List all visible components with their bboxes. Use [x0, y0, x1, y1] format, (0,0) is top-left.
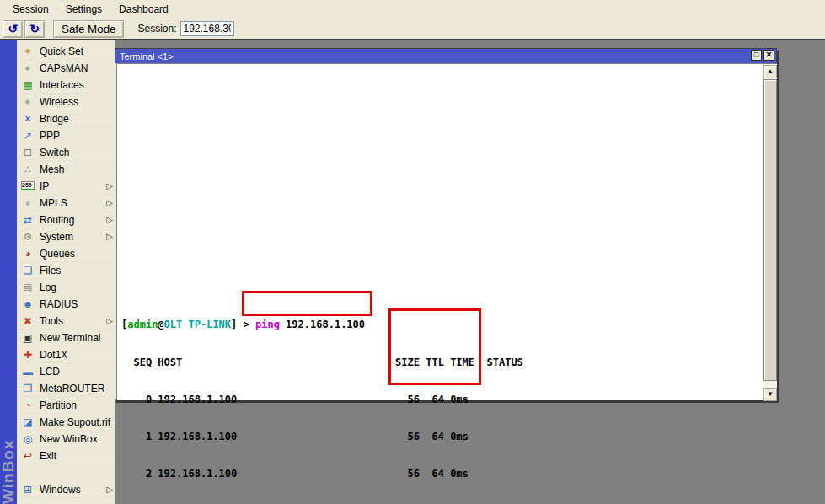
sidebar-item-label: Dot1X — [40, 349, 67, 361]
sidebar-item-label: Windows — [40, 484, 81, 496]
sidebar-item-bridge[interactable]: ×Bridge — [17, 110, 115, 127]
sidebar-item-mesh[interactable]: ∴Mesh — [17, 161, 115, 178]
sidebar-item-files[interactable]: ❏Files — [17, 262, 115, 279]
sidebar-item-label: RADIUS — [40, 298, 78, 310]
sidebar-item-label: Files — [40, 265, 61, 276]
gauge-icon: ◕ — [21, 249, 35, 259]
ping-argument: 192.168.1.100 — [280, 319, 365, 330]
prompt-close: ] > — [231, 319, 255, 330]
sidebar-item-ip[interactable]: 255IP▷ — [17, 178, 115, 195]
window-icon: ⊞ — [21, 485, 35, 495]
magic-wand-icon: ✶ — [21, 46, 35, 56]
maximize-button[interactable]: □ — [751, 50, 762, 61]
highlight-box-command — [242, 291, 372, 316]
redo-icon: ↻ — [29, 22, 40, 35]
switch-icon: ⊟ — [21, 147, 35, 158]
prompt-at: @ — [158, 319, 163, 330]
sidebar-item-label: Interfaces — [40, 79, 84, 91]
ping-row: 2 192.168.1.100 56 64 0ms — [121, 468, 523, 480]
chevron-right-icon: ▷ — [106, 181, 113, 190]
user-key-icon: ☻ — [21, 299, 35, 309]
menu-session[interactable]: Session — [7, 1, 55, 18]
scroll-up-icon[interactable]: ▲ — [763, 65, 777, 78]
session-label: Session: — [137, 23, 176, 35]
sidebar-item-label: Queues — [40, 248, 75, 260]
menu-dashboard[interactable]: Dashboard — [113, 1, 174, 18]
sidebar-item-metarouter[interactable]: ❐MetaROUTER — [17, 380, 115, 397]
sidebar-item-queues[interactable]: ◕Queues — [17, 245, 115, 262]
sidebar-item-dot1x[interactable]: ✚Dot1X — [17, 346, 115, 363]
sidebar-item-system[interactable]: ⚙System▷ — [17, 228, 115, 245]
session-input[interactable] — [180, 21, 234, 36]
sidebar-item-tools[interactable]: ✖Tools▷ — [17, 313, 115, 330]
sidebar-item-label: Partition — [40, 399, 77, 411]
gear-icon: ⚙ — [21, 232, 35, 242]
chevron-right-icon: ▷ — [106, 232, 113, 241]
bridge-arrows-icon: × — [21, 114, 35, 124]
ppp-arrow-icon: ↗ — [21, 131, 35, 141]
sidebar-item-new-winbox[interactable]: ◎New WinBox — [17, 431, 115, 448]
highlight-box-results — [388, 308, 481, 385]
sidebar-item-label: Make Supout.rif — [40, 416, 110, 428]
chevron-right-icon: ▷ — [106, 316, 113, 325]
routing-arrows-icon: ⇄ — [21, 215, 35, 225]
antenna-icon: ⌖ — [21, 63, 35, 73]
mesh-dots-icon: ∴ — [21, 164, 35, 174]
safe-mode-button[interactable]: Safe Mode — [53, 20, 124, 38]
sidebar-item-label: Tools — [40, 315, 63, 327]
log-document-icon: ▤ — [21, 282, 35, 292]
ip-255-icon: 255 — [21, 181, 35, 190]
exit-door-icon: ↩ — [21, 451, 35, 461]
sidebar-item-quick-set[interactable]: ✶Quick Set — [17, 43, 115, 60]
sidebar-item-mpls[interactable]: ●MPLS▷ — [17, 195, 115, 212]
globe-sphere-icon: ● — [21, 198, 35, 208]
sidebar-item-windows[interactable]: ⊞Windows▷ — [17, 481, 115, 498]
antenna-icon: ⌖ — [21, 97, 35, 107]
toolbar: ↺ ↻ Safe Mode Session: — [0, 19, 825, 40]
scrollbar-thumb[interactable] — [763, 79, 777, 381]
folder-icon: ❏ — [21, 265, 35, 276]
terminal-title-bar[interactable]: Terminal <1> □ ✕ — [115, 49, 776, 63]
sidebar-item-label: Log — [40, 281, 56, 293]
lcd-screen-icon: ▬ — [21, 367, 35, 377]
sidebar-item-label: Bridge — [40, 113, 69, 125]
sidebar-item-switch[interactable]: ⊟Switch — [17, 144, 115, 161]
redo-button[interactable]: ↻ — [24, 20, 45, 38]
sidebar-item-capsman[interactable]: ⌖CAPsMAN — [17, 60, 115, 77]
sidebar-item-label: LCD — [40, 366, 60, 378]
sidebar-item-ppp[interactable]: ↗PPP — [17, 127, 115, 144]
sidebar-item-routing[interactable]: ⇄Routing▷ — [17, 212, 115, 228]
sidebar-item-radius[interactable]: ☻RADIUS — [17, 296, 115, 313]
ping-row: 0 192.168.1.100 56 64 0ms — [121, 394, 523, 406]
undo-button[interactable]: ↺ — [3, 20, 23, 38]
sidebar-blue-strip: WinBox — [0, 40, 17, 504]
scroll-down-icon[interactable]: ▼ — [763, 388, 777, 401]
winbox-brand: WinBox — [0, 426, 17, 504]
terminal-scrollbar[interactable]: ▲ ▼ — [763, 65, 777, 401]
sidebar-item-label: Exit — [40, 450, 56, 462]
sidebar-item-partition[interactable]: ◔Partition — [17, 397, 115, 414]
ping-row: 1 192.168.1.100 56 64 0ms — [121, 431, 523, 443]
undo-icon: ↺ — [8, 22, 18, 35]
sidebar-item-exit[interactable]: ↩Exit — [17, 448, 115, 464]
winbox-globe-icon: ◎ — [21, 434, 35, 444]
sidebar-item-label: MetaROUTER — [40, 383, 104, 394]
terminal-title: Terminal <1> — [120, 51, 174, 62]
close-button[interactable]: ✕ — [763, 50, 774, 61]
dot1x-icon: ✚ — [21, 350, 35, 360]
sidebar-item-new-terminal[interactable]: ▣New Terminal — [17, 330, 115, 346]
sidebar-item-lcd[interactable]: ▬LCD — [17, 363, 115, 380]
menu-bar: Session Settings Dashboard — [0, 0, 825, 19]
sidebar: WinBox ✶Quick Set ⌖CAPsMAN ▦Interfaces ⌖… — [0, 40, 115, 504]
sidebar-item-interfaces[interactable]: ▦Interfaces — [17, 77, 115, 94]
sidebar-item-label: MPLS — [40, 197, 67, 209]
sidebar-item-label: Mesh — [40, 164, 64, 175]
sidebar-item-log[interactable]: ▤Log — [17, 279, 115, 296]
sidebar-item-make-supout[interactable]: ◪Make Supout.rif — [17, 414, 115, 431]
sidebar-item-label: Switch — [40, 147, 69, 158]
menu-settings[interactable]: Settings — [60, 1, 108, 18]
sidebar-menu: ✶Quick Set ⌖CAPsMAN ▦Interfaces ⌖Wireles… — [17, 40, 115, 498]
tools-icon: ✖ — [21, 316, 35, 326]
sidebar-item-label: System — [40, 231, 73, 243]
sidebar-item-wireless[interactable]: ⌖Wireless — [17, 94, 115, 110]
